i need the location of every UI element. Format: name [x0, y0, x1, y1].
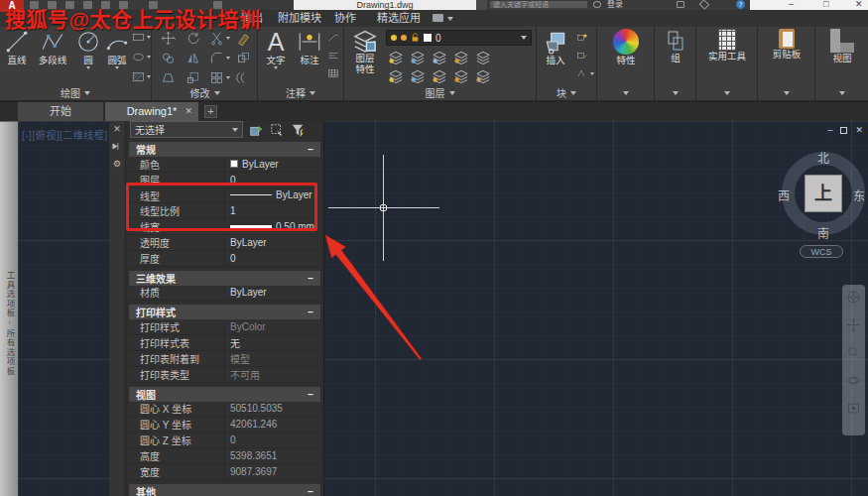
- collapse-icon[interactable]: −: [308, 486, 313, 496]
- layer-tool-8[interactable]: [432, 69, 447, 83]
- ribbon-display-caret[interactable]: [447, 17, 453, 21]
- select-objects-button[interactable]: [268, 122, 285, 138]
- tab-addins[interactable]: 附加模块: [278, 10, 321, 27]
- panel-label-clipboard[interactable]: [758, 86, 814, 99]
- account-icon[interactable]: [593, 1, 601, 8]
- tab-collaborate[interactable]: 协作: [334, 10, 356, 27]
- section-plot-style[interactable]: 打印样式−: [129, 305, 320, 319]
- palette-autohide-icon[interactable]: [112, 142, 122, 151]
- collapse-icon[interactable]: −: [308, 389, 313, 400]
- prop-row-lineweight[interactable]: 线宽0.50 mm: [129, 219, 320, 235]
- viewcube-west[interactable]: 西: [778, 186, 790, 203]
- doc-switch-caret[interactable]: [476, 0, 487, 10]
- window-minimize-button[interactable]: –: [789, 0, 794, 9]
- prop-row-transparency[interactable]: 透明度ByLayer: [129, 235, 320, 251]
- arc-caret[interactable]: [115, 66, 119, 69]
- utilities-button[interactable]: 实用工具: [706, 29, 748, 62]
- nav-pan-icon[interactable]: [846, 317, 861, 332]
- nav-zoom-icon[interactable]: [846, 345, 861, 360]
- table-button[interactable]: [327, 68, 339, 78]
- rotate-button[interactable]: [186, 31, 200, 46]
- layer-tool-10[interactable]: [475, 69, 491, 83]
- layer-tool-9[interactable]: [453, 69, 469, 83]
- panel-label-utilities[interactable]: [696, 86, 757, 99]
- panel-label-layers[interactable]: 图层: [344, 86, 536, 99]
- mleader-button[interactable]: [327, 51, 339, 61]
- tab-close-icon[interactable]: ✕: [185, 102, 192, 121]
- layer-dropdown-caret[interactable]: [521, 36, 527, 40]
- trim-button[interactable]: [209, 31, 230, 46]
- prop-row-height[interactable]: 高度5398.3651: [129, 448, 320, 464]
- text-button[interactable]: A 文字: [262, 29, 290, 69]
- panel-label-view[interactable]: [815, 86, 868, 99]
- layer-tool-4[interactable]: [453, 51, 469, 64]
- tab-drawing1[interactable]: Drawing1*✕: [105, 102, 198, 121]
- collapse-icon[interactable]: −: [308, 144, 313, 155]
- viewcube-south[interactable]: 南: [817, 224, 829, 241]
- nav-orbit-icon[interactable]: [846, 373, 861, 388]
- tab-start[interactable]: 开始: [18, 102, 103, 121]
- properties-match-button[interactable]: 特性: [611, 29, 641, 65]
- panel-label-draw[interactable]: 绘图: [0, 86, 151, 99]
- prop-row-plot-type[interactable]: 打印表类型不可用: [129, 367, 320, 383]
- panel-label-group[interactable]: [655, 86, 695, 99]
- window-close-button[interactable]: ✕: [855, 0, 863, 9]
- palette-close-icon[interactable]: ✕: [113, 124, 121, 134]
- palette-settings-icon[interactable]: ⚙: [113, 159, 121, 169]
- collapse-icon[interactable]: −: [308, 307, 313, 317]
- hatch-button[interactable]: [132, 71, 151, 82]
- array-button[interactable]: [209, 70, 230, 85]
- panel-label-modify[interactable]: 修改: [153, 86, 257, 99]
- wcs-dropdown[interactable]: WCS: [800, 245, 843, 258]
- quick-select-button[interactable]: [289, 122, 306, 138]
- prop-row-width[interactable]: 宽度9087.3697: [129, 464, 320, 480]
- drawing-minimize-button[interactable]: –: [827, 125, 832, 135]
- search-input[interactable]: 键入关键字或短语: [489, 0, 588, 9]
- fillet-button[interactable]: [209, 51, 230, 65]
- text-caret[interactable]: [274, 66, 278, 69]
- section-misc[interactable]: 其他−: [129, 484, 320, 496]
- window-maximize-button[interactable]: □: [823, 0, 828, 9]
- define-attribute-button[interactable]: [576, 68, 594, 78]
- layer-tool-7[interactable]: [410, 69, 426, 83]
- section-view[interactable]: 视图−: [129, 387, 320, 402]
- mirror-button[interactable]: [186, 51, 200, 65]
- selection-dropdown[interactable]: 无选择: [130, 121, 243, 138]
- nav-wheel-icon[interactable]: [846, 290, 861, 305]
- prop-row-thickness[interactable]: 厚度0: [129, 251, 320, 267]
- autodesk-app-icon[interactable]: [699, 0, 710, 10]
- prop-row-plot-table[interactable]: 打印样式表无: [129, 335, 320, 351]
- layer-properties-button[interactable]: 图层 特性: [346, 29, 384, 74]
- panel-label-block[interactable]: 块: [537, 86, 596, 99]
- panel-label-properties[interactable]: [597, 86, 654, 99]
- edit-block-button[interactable]: [576, 51, 588, 61]
- scale-button[interactable]: [186, 70, 200, 85]
- toggle-pickadd-button[interactable]: [247, 122, 264, 138]
- prop-row-plot-attached[interactable]: 打印表附着到模型: [129, 351, 320, 367]
- dimension-button[interactable]: 标注: [294, 29, 325, 65]
- tab-featured-apps[interactable]: 精选应用: [377, 10, 421, 27]
- ribbon-display-icon[interactable]: [433, 14, 443, 22]
- layer-color-swatch[interactable]: [424, 34, 432, 42]
- layer-tool-6[interactable]: [388, 69, 404, 83]
- section-general[interactable]: 常规−: [129, 142, 320, 157]
- group-button[interactable]: 组: [663, 29, 688, 63]
- tool-palette-titlebar[interactable]: 工具选项板 - 所有选项板: [0, 121, 18, 496]
- drawing-restore-button[interactable]: [840, 127, 847, 134]
- panel-label-annotate[interactable]: 注释: [258, 86, 343, 99]
- layer-on-bulb-icon[interactable]: [391, 35, 397, 41]
- erase-button[interactable]: [236, 31, 251, 46]
- prop-row-material[interactable]: 材质ByLayer: [129, 286, 320, 302]
- clipboard-button[interactable]: 剪贴板: [768, 29, 806, 60]
- copy-button[interactable]: [161, 51, 176, 65]
- create-block-button[interactable]: [576, 33, 588, 43]
- insert-button[interactable]: 插入: [539, 29, 572, 65]
- ellipse-button[interactable]: [132, 52, 151, 62]
- leader-button[interactable]: [327, 33, 339, 43]
- viewcube-east[interactable]: 东: [853, 186, 865, 203]
- layer-tool-5[interactable]: [475, 51, 491, 64]
- viewcube-top-face[interactable]: 上: [805, 175, 842, 212]
- prop-row-plot-style[interactable]: 打印样式ByColor: [129, 319, 320, 335]
- move-button[interactable]: [161, 31, 176, 46]
- layer-unlock-icon[interactable]: [411, 33, 420, 43]
